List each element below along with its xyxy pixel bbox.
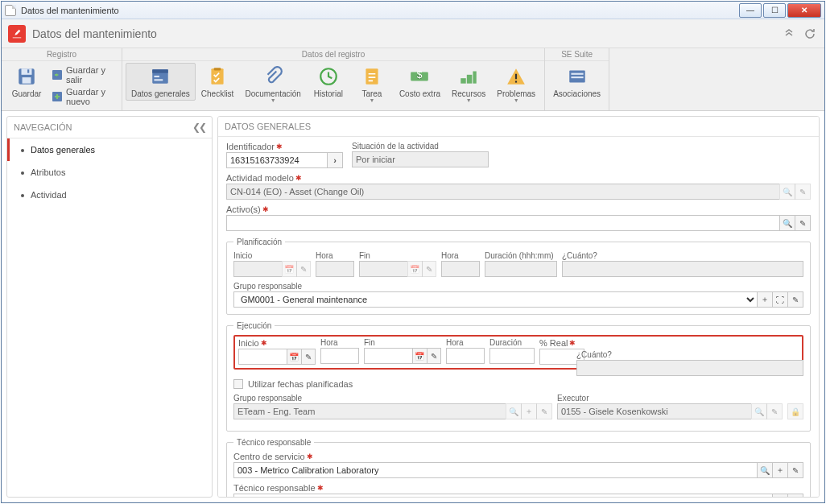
plan-grupo-tree-button[interactable]: ⛶: [772, 291, 788, 308]
calendar-icon: 📅: [282, 261, 297, 277]
activos-search-button[interactable]: 🔍: [779, 215, 795, 231]
main-header: DATOS GENERALES: [225, 122, 311, 131]
required-icon: ✱: [261, 339, 267, 347]
ribbon-toolbar: Registro Guardar Guardar y salir Guardar…: [2, 48, 824, 111]
svg-rect-2: [23, 77, 31, 84]
plan-grupo-select[interactable]: GM0001 - General maintenance: [233, 291, 757, 308]
tab-asociaciones[interactable]: Asociaciones: [548, 63, 605, 101]
chevron-down-icon: ▼: [271, 98, 276, 103]
window-titlebar: Datos del mantenimiento — ☐ ✕: [2, 2, 824, 19]
window-minimize-button[interactable]: —: [739, 3, 762, 18]
save-new-button[interactable]: Guardar y nuevo: [48, 86, 118, 107]
window-title: Datos del mantenimiento: [21, 6, 739, 15]
plan-grupo-clear-button[interactable]: ✎: [787, 291, 803, 308]
window-maximize-button[interactable]: ☐: [763, 3, 786, 18]
svg-rect-13: [366, 68, 378, 85]
tecnico-fieldset: Técnico responsable Centro de servicio✱ …: [226, 438, 811, 498]
add-icon[interactable]: ＋: [772, 462, 788, 478]
clear-icon: ✎: [536, 403, 552, 419]
required-icon: ✱: [307, 452, 313, 461]
plan-grupo-add-button[interactable]: ＋: [757, 291, 773, 308]
ribbon-group-label: Datos del registro: [122, 48, 544, 61]
exec-cuanto-input: [576, 360, 803, 376]
tab-datos-generales[interactable]: Datos generales: [126, 63, 196, 101]
main-panel: DATOS GENERALES Identificador✱ › Situaci…: [217, 116, 820, 498]
svg-rect-10: [212, 68, 224, 85]
nav-actividad[interactable]: Actividad: [7, 184, 212, 206]
nav-atributos[interactable]: Atributos: [7, 161, 212, 184]
activos-input[interactable]: [226, 215, 779, 231]
form-icon: [149, 65, 171, 88]
search-icon: 🔍: [506, 403, 522, 419]
link-icon: [566, 65, 589, 88]
chevron-down-icon: ▼: [466, 98, 472, 103]
activos-clear-button[interactable]: ✎: [795, 215, 811, 231]
window-close-button[interactable]: ✕: [787, 3, 821, 18]
ribbon-group-label: SE Suite: [545, 48, 609, 61]
required-icon: ✱: [317, 484, 324, 492]
plan-inicio-input: [233, 261, 282, 277]
nav-datos-generales[interactable]: Datos generales: [7, 138, 212, 161]
svg-rect-17: [460, 78, 466, 84]
plan-duracion-input: [485, 261, 557, 277]
save-exit-icon: [52, 68, 63, 81]
svg-rect-1: [22, 68, 32, 75]
svg-rect-24: [571, 76, 583, 78]
refresh-icon[interactable]: [802, 26, 818, 42]
clear-icon[interactable]: ✎: [787, 494, 803, 498]
calendar-icon: 📅: [407, 261, 423, 277]
plan-fin-input: [359, 261, 407, 277]
collapse-up-icon[interactable]: [781, 26, 797, 42]
required-icon: ✱: [262, 205, 269, 213]
tab-historial[interactable]: Historial: [307, 63, 350, 101]
history-icon: [317, 65, 340, 88]
clear-icon: ✎: [766, 403, 783, 419]
app-logo-icon: [8, 25, 26, 43]
save-button[interactable]: Guardar: [5, 63, 48, 101]
save-new-icon: [52, 90, 63, 103]
svg-rect-8: [155, 76, 160, 77]
save-icon: [15, 65, 38, 88]
exec-grupo-input: [233, 403, 506, 419]
tab-problemas[interactable]: Problemas ▼: [491, 63, 541, 105]
svg-rect-20: [515, 74, 517, 80]
actividad-modelo-input: [226, 184, 779, 200]
tecnico-input[interactable]: [233, 494, 772, 498]
tab-recursos[interactable]: Recursos ▼: [446, 63, 491, 105]
svg-rect-18: [467, 75, 473, 84]
chevron-down-icon: ▼: [514, 98, 519, 103]
plan-hora2-input: [441, 261, 480, 277]
add-icon: ＋: [521, 403, 537, 419]
document-icon: [5, 5, 16, 16]
centro-input[interactable]: [233, 462, 757, 478]
clear-icon: ✎: [422, 261, 437, 277]
identificador-next-button[interactable]: ›: [327, 152, 343, 168]
money-icon: $: [408, 65, 431, 88]
planificacion-fieldset: Planificación Inicio 📅✎ Hora Fin 📅✎ Hora…: [226, 238, 811, 315]
tab-checklist[interactable]: Checklist: [196, 63, 240, 101]
search-icon[interactable]: 🔍: [757, 462, 773, 478]
tab-documentacion[interactable]: Documentación ▼: [239, 63, 306, 105]
app-header: Datos del mantenimiento: [2, 19, 824, 48]
actividad-search-button: 🔍: [779, 184, 795, 200]
clear-icon[interactable]: ✎: [787, 462, 803, 478]
tab-costo-extra[interactable]: $ Costo extra: [394, 63, 446, 101]
clear-icon: ✎: [296, 261, 312, 277]
ribbon-group-label: Registro: [2, 48, 122, 61]
tab-tarea[interactable]: Tarea ▼: [350, 63, 394, 105]
required-icon: ✱: [276, 143, 283, 151]
identificador-input[interactable]: [226, 152, 327, 168]
plan-hora1-input: [316, 261, 354, 277]
attachment-icon: [262, 65, 284, 88]
svg-rect-3: [27, 69, 29, 72]
executor-input: [557, 403, 751, 419]
required-icon: ✱: [569, 339, 576, 347]
ejecucion-fieldset: Ejecución Inicio✱ 📅✎ Hora Fin 📅✎ Hora Du…: [226, 321, 811, 432]
required-icon: ✱: [295, 174, 302, 182]
fechas-planificadas-checkbox[interactable]: Utilizar fechas planificadas: [233, 379, 803, 389]
save-exit-button[interactable]: Guardar y salir: [48, 64, 118, 85]
nav-collapse-button[interactable]: ❮❮: [192, 122, 205, 133]
search-icon[interactable]: 🔍: [772, 494, 788, 498]
resources-icon: [457, 65, 480, 88]
svg-rect-23: [571, 73, 583, 75]
